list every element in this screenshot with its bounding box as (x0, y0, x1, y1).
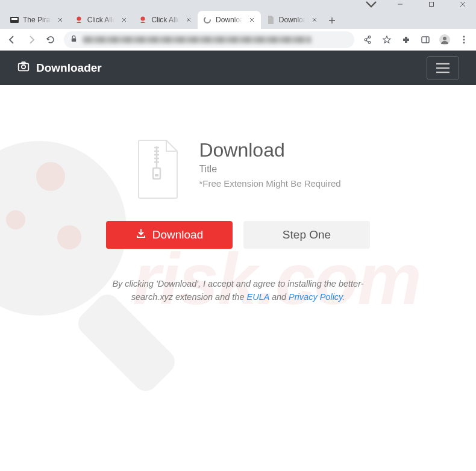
tab-strip: The Pirat Click Allo Click Allo Downloa (0, 8, 476, 29)
svg-point-14 (443, 37, 446, 40)
page-content: risk.com Downloader (0, 51, 476, 471)
favicon-icon (138, 15, 148, 25)
bookmark-button[interactable] (378, 31, 395, 48)
svg-point-8 (368, 36, 371, 38)
back-button[interactable] (4, 31, 20, 48)
download-heading: Download (199, 139, 340, 161)
browser-toolbar (0, 29, 476, 51)
tab-close-button[interactable] (310, 16, 319, 24)
svg-point-4 (77, 17, 81, 21)
tab-close-button[interactable] (120, 16, 128, 24)
tab-title: Downloa (279, 16, 307, 24)
favicon-icon (74, 15, 84, 25)
new-tab-button[interactable] (324, 12, 340, 29)
download-subtitle: Title (199, 164, 340, 175)
step-one-button-label: Step One (283, 228, 331, 242)
favicon-spinner-icon (202, 15, 212, 25)
tab-close-button[interactable] (56, 16, 64, 24)
address-bar[interactable] (64, 31, 354, 48)
main-content: Download Title *Free Extension Might Be … (0, 85, 476, 304)
svg-point-5 (141, 17, 145, 21)
reload-button[interactable] (42, 31, 59, 48)
extensions-button[interactable] (398, 31, 415, 48)
download-button[interactable]: Download (106, 221, 233, 249)
camera-icon (17, 60, 30, 76)
eula-link[interactable]: EULA (247, 292, 269, 302)
close-window-button[interactable] (454, 0, 471, 8)
favicon-icon (10, 15, 19, 25)
svg-point-6 (204, 17, 210, 23)
svg-point-10 (368, 41, 371, 43)
maximize-button[interactable] (423, 0, 440, 8)
svg-point-9 (365, 39, 367, 41)
svg-rect-30 (155, 174, 158, 176)
svg-point-15 (463, 36, 465, 37)
tab-close-button[interactable] (248, 16, 256, 24)
browser-tab[interactable]: Click Allo (133, 11, 198, 29)
hamburger-menu-button[interactable] (427, 56, 459, 80)
browser-tab-active[interactable]: Downloa (198, 11, 261, 29)
hero-section: Download Title *Free Extension Might Be … (135, 139, 340, 199)
url-text-blurred (83, 36, 312, 43)
lock-icon (70, 34, 78, 45)
tab-title: Downloa (216, 16, 244, 24)
tab-overflow-button[interactable] (365, 0, 377, 13)
svg-rect-7 (72, 38, 76, 42)
browser-tab[interactable]: Click Allo (69, 11, 134, 29)
menu-button[interactable] (456, 31, 472, 48)
favicon-file-icon (266, 15, 275, 25)
disclaimer-text: By clicking 'Download', I accept and agr… (99, 278, 377, 304)
share-button[interactable] (359, 31, 376, 48)
browser-tab[interactable]: The Pirat (5, 11, 69, 29)
tab-close-button[interactable] (184, 16, 193, 24)
step-one-button[interactable]: Step One (243, 221, 370, 249)
minimize-button[interactable] (392, 0, 409, 8)
side-panel-button[interactable] (417, 31, 434, 48)
browser-chrome: The Pirat Click Allo Click Allo Downloa (0, 0, 476, 51)
zip-file-icon (135, 139, 182, 199)
forward-button[interactable] (23, 31, 40, 48)
svg-point-16 (463, 39, 465, 40)
site-navbar: Downloader (0, 51, 476, 85)
privacy-policy-link[interactable]: Privacy Policy (289, 292, 342, 302)
browser-tab[interactable]: Downloa (261, 11, 324, 29)
profile-button[interactable] (436, 31, 453, 48)
download-note: *Free Extension Might Be Required (199, 178, 340, 189)
svg-rect-1 (430, 2, 434, 7)
tab-title: Click Allo (87, 16, 117, 24)
window-titlebar (0, 0, 476, 8)
brand-text: Downloader (36, 61, 102, 75)
svg-point-19 (22, 65, 25, 69)
download-button-label: Download (152, 228, 204, 242)
hero-text: Download Title *Free Extension Might Be … (199, 139, 340, 189)
svg-point-17 (463, 42, 465, 43)
brand[interactable]: Downloader (17, 60, 102, 76)
button-row: Download Step One (106, 221, 370, 249)
tab-title: The Pirat (23, 16, 52, 24)
tab-title: Click Allo (151, 16, 181, 24)
svg-rect-11 (422, 37, 429, 43)
download-icon (136, 228, 146, 242)
svg-rect-3 (11, 18, 17, 20)
